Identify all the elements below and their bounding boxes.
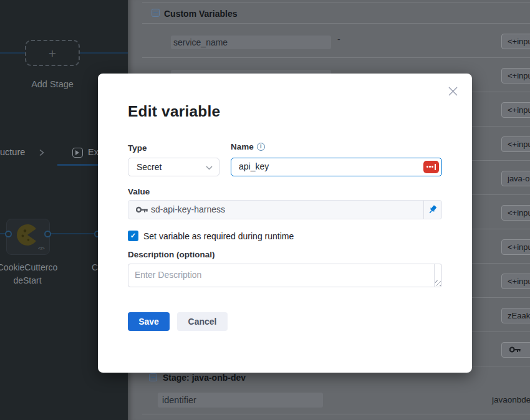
description-placeholder: Enter Description [135, 270, 201, 280]
variable-value-input[interactable]: zEaak [501, 308, 530, 323]
variable-value-secret-input[interactable] [501, 342, 530, 358]
variable-value-input[interactable]: <+inpu [501, 68, 530, 84]
table-row: identifier javaonbde [128, 386, 530, 414]
variable-type-dash: - [337, 34, 340, 44]
tab-execution[interactable]: Ex [88, 147, 99, 157]
breadcrumb[interactable]: ucture [0, 147, 25, 157]
section-title: Custom Variables [164, 9, 238, 19]
close-icon[interactable] [448, 86, 458, 97]
modal-title: Edit variable [128, 103, 220, 120]
info-icon[interactable]: i [257, 143, 265, 151]
pin-icon [428, 205, 437, 214]
plus-icon: + [49, 47, 56, 60]
name-label: Name [231, 142, 254, 151]
type-select-value: Secret [137, 162, 161, 172]
variable-value-input[interactable]: <+inpu [501, 136, 530, 152]
section-title: Stage: java-onb-dev [163, 373, 246, 383]
variable-value-input[interactable]: <+inpu [501, 205, 530, 221]
resize-grip-icon[interactable] [435, 280, 441, 286]
variable-value-input[interactable]: <+inpu [501, 274, 530, 289]
execution-tab-icon [72, 148, 83, 158]
chevron-down-icon [206, 166, 213, 170]
description-label: Description (optional) [128, 250, 215, 259]
add-stage-button[interactable]: + [25, 40, 80, 66]
name-input[interactable]: api_key [231, 158, 442, 176]
step-label-partial: C [92, 261, 98, 274]
type-select[interactable]: Secret [128, 158, 219, 176]
table-row: service_name - <+inpu [128, 24, 530, 58]
chevron-right-icon [37, 148, 46, 157]
variable-name-field: service_name [171, 36, 331, 49]
connector-port-icon [5, 231, 12, 237]
step-label-line2: deStart [13, 275, 41, 285]
pin-button[interactable] [423, 201, 441, 219]
cancel-button[interactable]: Cancel [177, 312, 228, 331]
code-icon: </> [38, 246, 44, 251]
step-label: CookieCuttercodeStart [0, 261, 62, 287]
section-custom-variables: Custom Variables [128, 2, 530, 23]
add-stage-label: Add Stage [0, 79, 105, 89]
name-input-value: api_key [239, 161, 269, 171]
identifier-value: javaonbde [492, 395, 530, 404]
variable-value-input[interactable]: <+inpu [501, 102, 530, 118]
variable-value-input[interactable]: <+inpu [501, 239, 530, 255]
collapse-icon[interactable] [152, 9, 160, 17]
description-textarea[interactable]: Enter Description [128, 264, 442, 287]
collapse-icon[interactable] [149, 373, 157, 381]
variable-value-input[interactable]: java-o [501, 171, 530, 186]
required-checkbox[interactable]: ✓ [128, 231, 138, 241]
key-icon [136, 206, 148, 214]
step-label-line1: CookieCutterco [0, 262, 57, 272]
value-label: Value [128, 187, 150, 196]
connector-port-icon [44, 231, 51, 237]
value-secret-field[interactable]: sd-api-key-harness [128, 200, 442, 219]
row-separator [142, 414, 530, 414]
secret-reference-value: sd-api-key-harness [151, 201, 225, 219]
identifier-field: identifier [158, 393, 323, 408]
input-type-selector-icon[interactable] [423, 161, 439, 173]
edit-variable-modal: Edit variable Type Name i Secret api_key… [98, 74, 472, 373]
key-icon [509, 346, 521, 353]
variable-value-input[interactable]: <+inpu [501, 34, 530, 49]
cookiecutter-step-icon[interactable] [16, 224, 39, 246]
required-checkbox-label: Set variable as required during runtime [143, 231, 294, 241]
save-button[interactable]: Save [128, 312, 170, 331]
type-label: Type [128, 143, 147, 153]
